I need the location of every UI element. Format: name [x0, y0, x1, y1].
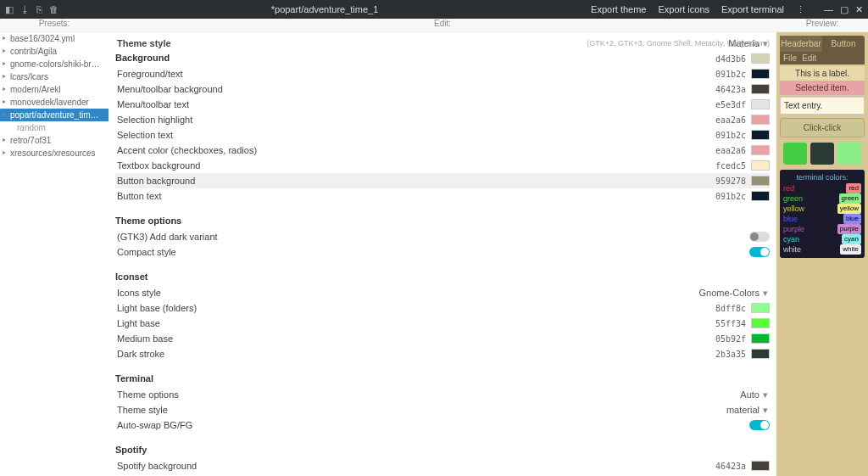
titlebar-right: Export theme Export icons Export termina…: [591, 4, 863, 15]
preview-header: Preview:: [776, 19, 868, 31]
term-color-row: purple purple: [783, 224, 861, 234]
term-color-row: white white: [783, 244, 861, 255]
preview-button[interactable]: Click-click: [780, 118, 865, 137]
term-color-row: cyan cyan: [783, 234, 861, 244]
home-icon: [783, 143, 807, 165]
color-label: Textbox background: [115, 160, 715, 171]
color-swatch[interactable]: [751, 115, 770, 125]
preset-item[interactable]: base16/3024.yml: [0, 32, 108, 45]
color-swatch[interactable]: [751, 145, 770, 155]
color-label: Selection text: [115, 130, 715, 140]
color-swatch[interactable]: [751, 99, 770, 109]
dark-variant-label: (GTK3) Add dark variant: [115, 232, 749, 242]
color-row: Spotify background 46423a: [115, 458, 770, 473]
dark-variant-toggle[interactable]: [749, 232, 770, 242]
color-swatch[interactable]: [751, 333, 770, 344]
import-icon[interactable]: ⭳: [20, 4, 30, 15]
preset-item[interactable]: xresources/xresources: [0, 147, 108, 160]
preset-item[interactable]: lcars/lcars: [0, 70, 108, 83]
term-style-dropdown[interactable]: material▾: [726, 405, 770, 416]
export-theme-button[interactable]: Export theme: [591, 4, 646, 14]
term-style-label: Theme style: [115, 405, 726, 415]
color-swatch[interactable]: [751, 176, 770, 186]
color-label: Spotify background: [115, 461, 715, 471]
color-hex: d4d3b6: [715, 54, 746, 64]
export-icons-button[interactable]: Export icons: [658, 4, 709, 14]
folder-icon: [837, 143, 861, 165]
preset-item[interactable]: modern/Arekl: [0, 83, 108, 96]
minimize-icon[interactable]: —: [824, 4, 833, 15]
preview-tabs: Headerbar Button: [780, 36, 865, 52]
more-icon[interactable]: ⋮: [796, 4, 805, 15]
tab-button[interactable]: Button: [822, 36, 865, 52]
color-hex: fcedc5: [715, 161, 746, 171]
term-options-label: Theme options: [115, 389, 740, 400]
color-swatch[interactable]: [751, 160, 770, 171]
menu-edit[interactable]: Edit: [802, 53, 816, 63]
color-row: Dark stroke 2b3a35: [115, 346, 770, 361]
column-headers: Presets: Edit: Preview:: [0, 19, 868, 32]
color-row: Foreground/text 091b2c: [115, 66, 770, 81]
color-hex: eaa2a6: [715, 115, 746, 125]
section-terminal: Terminal: [115, 373, 770, 384]
color-row: Textbox background fcedc5: [115, 158, 770, 173]
color-hex: 46423a: [715, 462, 746, 471]
color-hex: eaa2a6: [715, 146, 746, 155]
color-hex: 2b3a35: [715, 350, 746, 359]
preset-item[interactable]: retro/7of31: [0, 134, 108, 147]
color-hex: 091b2c: [715, 192, 746, 201]
color-row: Selection highlight eaa2a6: [115, 112, 770, 127]
color-swatch[interactable]: [751, 303, 770, 313]
term-color-row: yellow yellow: [783, 204, 861, 214]
color-swatch[interactable]: [751, 69, 770, 79]
edit-panel[interactable]: Theme style Materia▾ (GTK+2, GTK+3, Gnom…: [108, 32, 776, 476]
color-label: Medium base: [115, 333, 715, 344]
color-label: Foreground/text: [115, 69, 715, 79]
color-swatch[interactable]: [751, 461, 770, 471]
color-swatch[interactable]: [751, 84, 770, 94]
export-terminal-button[interactable]: Export terminal: [721, 4, 784, 14]
preset-item[interactable]: gnome-colors/shiki-brave: [0, 58, 108, 70]
color-hex: 46423a: [715, 85, 746, 94]
delete-icon[interactable]: 🗑: [49, 4, 58, 15]
close-icon[interactable]: ✕: [855, 4, 863, 15]
color-row: Menu/toolbar background 46423a: [115, 81, 770, 97]
color-swatch[interactable]: [751, 53, 770, 64]
preview-entry[interactable]: Text entry.: [780, 97, 865, 115]
color-label: Light base (folders): [115, 303, 715, 313]
compact-label: Compact style: [115, 247, 749, 257]
preset-item[interactable]: popart/adventure_time_1: [0, 109, 108, 121]
term-options-dropdown[interactable]: Auto▾: [740, 389, 770, 400]
titlebar: ◧ ⭳ ⎘ 🗑 *popart/adventure_time_1 Export …: [0, 0, 868, 19]
menu-icon[interactable]: ◧: [5, 4, 14, 15]
color-swatch[interactable]: [751, 318, 770, 328]
preview-label: This is a label.: [780, 66, 865, 81]
icons-style-dropdown[interactable]: Gnome-Colors▾: [698, 288, 770, 299]
menu-file[interactable]: File: [783, 53, 797, 63]
window-title: *popart/adventure_time_1: [58, 4, 591, 14]
tab-headerbar[interactable]: Headerbar: [780, 36, 822, 52]
color-hex: 05b92f: [715, 334, 746, 344]
presets-panel: base16/3024.ymlcontrib/Agilagnome-colors…: [0, 32, 108, 476]
color-row: Button background 959278: [115, 173, 770, 188]
color-swatch[interactable]: [751, 130, 770, 140]
compact-toggle[interactable]: [749, 247, 770, 257]
color-swatch[interactable]: [751, 191, 770, 201]
maximize-icon[interactable]: ▢: [840, 4, 849, 15]
color-swatch[interactable]: [751, 349, 770, 359]
preview-terminal: terminal colors: red red green green yel…: [780, 170, 865, 258]
color-row: d4d3b6: [115, 51, 770, 66]
term-color-row: blue blue: [783, 214, 861, 224]
copy-icon[interactable]: ⎘: [36, 4, 42, 15]
preview-panel: Headerbar Button File Edit This is a lab…: [776, 32, 868, 476]
icons-style-label: Icons style: [115, 288, 698, 298]
preset-item[interactable]: contrib/Agila: [0, 45, 108, 58]
color-hex: 8dff8c: [715, 304, 746, 313]
preset-item[interactable]: monovedek/lavender: [0, 96, 108, 109]
color-label: Light base: [115, 318, 715, 328]
preset-sub-item[interactable]: random: [0, 121, 108, 134]
auto-swap-toggle[interactable]: [749, 420, 770, 430]
color-row: Button text 091b2c: [115, 188, 770, 204]
desktop-icon: [810, 143, 834, 165]
color-label: Menu/toolbar background: [115, 84, 715, 94]
